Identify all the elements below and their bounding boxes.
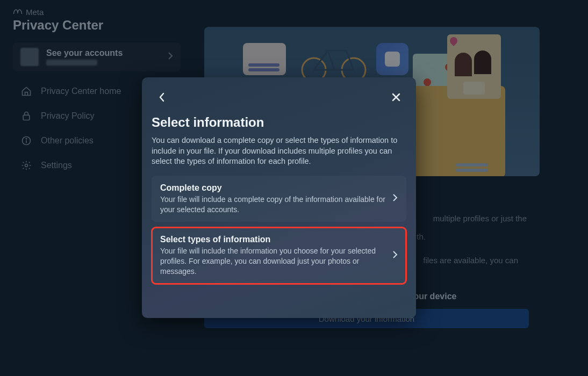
option-select-types[interactable]: Select types of information Your file wi… xyxy=(152,227,406,284)
option-desc: Your file will include a complete copy o… xyxy=(160,194,386,215)
option-complete-copy[interactable]: Complete copy Your file will include a c… xyxy=(152,176,406,222)
back-button[interactable] xyxy=(154,89,170,105)
close-icon xyxy=(391,92,401,102)
option-title: Complete copy xyxy=(160,183,386,193)
option-desc: Your file will include the information y… xyxy=(160,246,386,277)
chevron-right-icon xyxy=(392,193,398,204)
select-information-modal: Select information You can download a co… xyxy=(142,77,416,318)
option-title: Select types of information xyxy=(160,235,386,244)
modal-title: Select information xyxy=(152,115,406,130)
chevron-left-icon xyxy=(157,92,166,103)
modal-description: You can download a complete copy or sele… xyxy=(152,135,406,167)
chevron-right-icon xyxy=(392,250,398,261)
close-button[interactable] xyxy=(388,89,404,105)
